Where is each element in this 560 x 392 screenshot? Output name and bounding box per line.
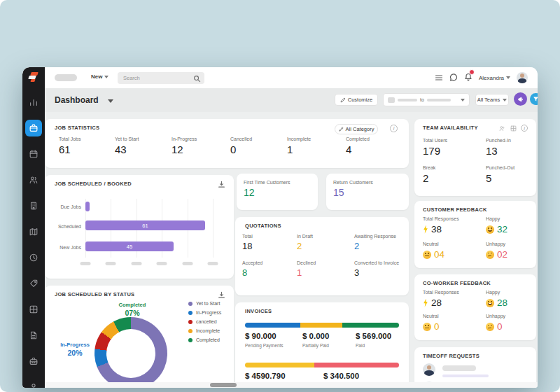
redacted-tick bbox=[157, 262, 167, 265]
sidebar-item-map[interactable] bbox=[25, 223, 42, 240]
pencil-icon bbox=[339, 127, 344, 132]
users-mini-icon[interactable] bbox=[499, 125, 505, 132]
sidebar-item-calendar[interactable] bbox=[25, 146, 42, 162]
invoices-card: INVOICES $ 90.000Pending Payments $ 0.00… bbox=[235, 302, 409, 382]
requester-avatar[interactable] bbox=[423, 363, 435, 376]
legend-label: Yet to Start bbox=[196, 301, 220, 306]
sidebar-item-toolbox[interactable] bbox=[25, 353, 42, 370]
sidebar-item-table[interactable] bbox=[25, 301, 42, 318]
sidebar-item-team[interactable] bbox=[25, 172, 42, 188]
donut-chart[interactable] bbox=[94, 317, 167, 388]
chevron-down-icon[interactable] bbox=[108, 99, 113, 103]
notifications-button[interactable] bbox=[464, 71, 472, 84]
stat-quotes-total: Total18 bbox=[242, 234, 253, 251]
bar-scheduled[interactable]: 61 bbox=[85, 220, 205, 230]
new-dropdown[interactable]: New bbox=[91, 74, 108, 80]
stat-label: Happy bbox=[486, 216, 507, 221]
sidebar-item-jobs[interactable] bbox=[25, 120, 42, 136]
x-axis-ticks bbox=[85, 262, 213, 266]
redacted-tick bbox=[106, 262, 116, 265]
menu-icon[interactable] bbox=[435, 74, 443, 82]
stat-total-jobs: Total Jobs61 bbox=[59, 136, 81, 155]
callout-in-progress: In-Progress 20% bbox=[50, 342, 99, 357]
app-logo[interactable] bbox=[22, 67, 45, 88]
legend-item[interactable]: Completed bbox=[188, 337, 221, 342]
stat-value: 1 bbox=[287, 144, 311, 155]
bar-due-jobs[interactable] bbox=[85, 202, 90, 211]
stat-value: 13 bbox=[486, 145, 511, 157]
redacted-tick bbox=[132, 262, 142, 265]
bar-new-jobs[interactable]: 45 bbox=[85, 241, 174, 251]
all-category-button[interactable]: All Category bbox=[335, 124, 378, 134]
stat-label: Happy bbox=[486, 290, 507, 295]
stat-value: 0 bbox=[434, 321, 440, 332]
stat-label: First Time Customers bbox=[244, 180, 290, 185]
stat-label: Punched-Out bbox=[486, 165, 514, 170]
sidebar-item-reports[interactable] bbox=[25, 94, 42, 111]
invoice-pending: $ 90.000Pending Payments bbox=[245, 332, 284, 348]
legend-dot bbox=[188, 329, 192, 333]
stat-label: In Draft bbox=[297, 234, 313, 239]
stat-value: 2 bbox=[354, 241, 396, 251]
invoice-label: Partially Paid bbox=[302, 343, 329, 348]
megaphone-icon bbox=[517, 96, 524, 103]
sidebar-item-tags[interactable] bbox=[25, 275, 42, 292]
bar-category-label: New Jobs bbox=[45, 245, 81, 250]
download-icon[interactable] bbox=[218, 291, 225, 299]
stat-label: Unhappy bbox=[486, 314, 505, 318]
sidebar-item-time[interactable] bbox=[25, 249, 42, 266]
legend-item[interactable]: Yet to Start bbox=[188, 301, 221, 306]
topbar-actions: Alexandra bbox=[435, 67, 538, 88]
search-icon[interactable] bbox=[193, 75, 201, 83]
gridline bbox=[213, 199, 214, 258]
stat-label: Total Responses bbox=[423, 290, 459, 295]
info-icon[interactable]: i bbox=[521, 125, 528, 132]
filter-button[interactable] bbox=[530, 93, 538, 105]
legend-item[interactable]: Incomplete bbox=[188, 328, 221, 333]
stat-label: Awaiting Response bbox=[354, 234, 396, 239]
sidebar-item-company[interactable] bbox=[25, 197, 42, 214]
teams-select[interactable]: All Teams bbox=[475, 94, 509, 106]
chat-icon[interactable] bbox=[449, 74, 458, 82]
return-customers-card: Return Customers 15 bbox=[326, 174, 409, 210]
sidebar-item-documents[interactable] bbox=[25, 327, 42, 344]
search-input[interactable] bbox=[118, 72, 204, 84]
legend-dot bbox=[188, 302, 192, 306]
sidebar-item-profile[interactable] bbox=[25, 379, 42, 388]
scrollbar-thumb[interactable] bbox=[210, 383, 237, 387]
toolbox-icon bbox=[29, 356, 38, 366]
date-range-picker[interactable]: to bbox=[383, 93, 470, 106]
card-title: TEAM AVAILABILITY bbox=[423, 125, 478, 131]
building-icon bbox=[29, 201, 38, 211]
card-title: JOB STATISTICS bbox=[55, 125, 99, 131]
happy-face-icon bbox=[486, 225, 494, 234]
user-menu[interactable]: Alexandra bbox=[479, 75, 510, 81]
stat-punched-out: Punched-Out5 bbox=[486, 165, 514, 184]
stat-value: 38 bbox=[431, 224, 442, 234]
team-availability-card: TEAM AVAILABILITY i Total Users179 Punch… bbox=[414, 119, 536, 196]
customize-button[interactable]: Customize bbox=[335, 94, 378, 106]
legend-label: Incomplete bbox=[196, 328, 220, 333]
stat-label: Declined bbox=[297, 260, 316, 265]
job-scheduled-by-status-card: JOB SCHEDULED BY STATUS Completed 07% In… bbox=[45, 286, 234, 382]
user-avatar[interactable] bbox=[517, 72, 528, 83]
invoice-paid: $ 569.000Paid bbox=[356, 332, 391, 348]
download-icon[interactable] bbox=[218, 181, 225, 188]
page-title: Dashboard bbox=[55, 95, 99, 105]
redacted-workspace-label bbox=[55, 74, 77, 81]
legend-item[interactable]: In-Progress bbox=[188, 310, 221, 315]
legend-item[interactable]: cancelled bbox=[188, 319, 221, 324]
announce-button[interactable] bbox=[514, 92, 527, 106]
legend-label: Completed bbox=[196, 337, 220, 342]
stat-cw-happy: Happy 28 bbox=[486, 290, 507, 308]
filter-icon bbox=[533, 96, 538, 102]
dashboard-toolbar: Dashboard Customize to All Teams bbox=[45, 88, 538, 112]
coworker-feedback-card: CO-WORKER FEEDBACK Total Responses 28 Ha… bbox=[414, 274, 536, 340]
lightning-icon bbox=[423, 299, 428, 307]
lightning-icon bbox=[423, 225, 428, 234]
stat-value: 0 bbox=[497, 321, 503, 332]
info-icon[interactable]: i bbox=[390, 125, 398, 132]
stat-value: 0 bbox=[230, 144, 252, 155]
stat-quotes-accepted: Accepted8 bbox=[242, 260, 262, 278]
grid-mini-icon[interactable] bbox=[510, 125, 517, 132]
